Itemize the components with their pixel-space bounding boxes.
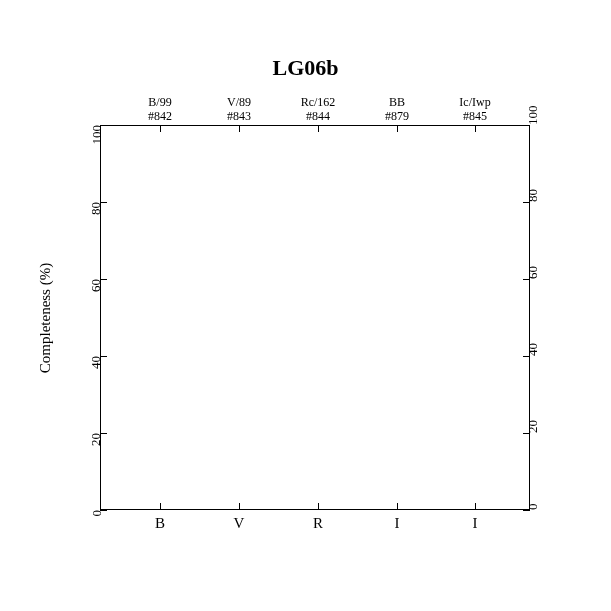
xtickmark (397, 125, 398, 132)
ytick-left-80: 80 (88, 202, 104, 215)
top-label-filter-4: Ic/Iwp (459, 95, 490, 110)
xtickmark (475, 125, 476, 132)
xtickmark (160, 503, 161, 510)
top-label-filter-1: V/89 (227, 95, 251, 110)
ytick-right-80: 80 (525, 189, 541, 202)
ytickmark (523, 510, 530, 511)
xtickmark (239, 125, 240, 132)
ytickmark (100, 510, 107, 511)
xtickmark (160, 125, 161, 132)
xtick-R: R (313, 515, 323, 532)
top-label-id-4: #845 (463, 109, 487, 124)
top-label-filter-0: B/99 (148, 95, 171, 110)
xtickmark (318, 503, 319, 510)
ytickmark (100, 202, 107, 203)
top-label-id-0: #842 (148, 109, 172, 124)
xtick-I2: I (473, 515, 478, 532)
ytick-right-60: 60 (525, 266, 541, 279)
chart-container: LG06b Completeness (%) 0 20 40 60 80 100… (0, 0, 611, 611)
ytick-left-60: 60 (88, 279, 104, 292)
ytick-right-40: 40 (525, 343, 541, 356)
ytick-right-100: 100 (525, 106, 541, 126)
xtickmark (475, 503, 476, 510)
ytickmark (100, 356, 107, 357)
ytick-left-20: 20 (88, 433, 104, 446)
ytick-right-20: 20 (525, 420, 541, 433)
ytickmark (523, 433, 530, 434)
top-label-filter-2: Rc/162 (301, 95, 336, 110)
chart-title: LG06b (0, 55, 611, 81)
ytick-left-100: 100 (88, 125, 104, 145)
ytickmark (523, 279, 530, 280)
xtick-V: V (234, 515, 245, 532)
ytick-left-40: 40 (88, 356, 104, 369)
ytickmark (100, 433, 107, 434)
ytickmark (523, 356, 530, 357)
top-label-filter-3: BB (389, 95, 405, 110)
ytickmark (523, 125, 530, 126)
plot-area (100, 125, 530, 510)
xtick-I1: I (395, 515, 400, 532)
top-label-id-3: #879 (385, 109, 409, 124)
top-label-id-2: #844 (306, 109, 330, 124)
xtickmark (239, 503, 240, 510)
xtickmark (318, 125, 319, 132)
ytickmark (523, 202, 530, 203)
ytickmark (100, 125, 107, 126)
top-label-id-1: #843 (227, 109, 251, 124)
y-axis-label: Completeness (%) (37, 263, 54, 373)
xtickmark (397, 503, 398, 510)
ytickmark (100, 279, 107, 280)
xtick-B: B (155, 515, 165, 532)
